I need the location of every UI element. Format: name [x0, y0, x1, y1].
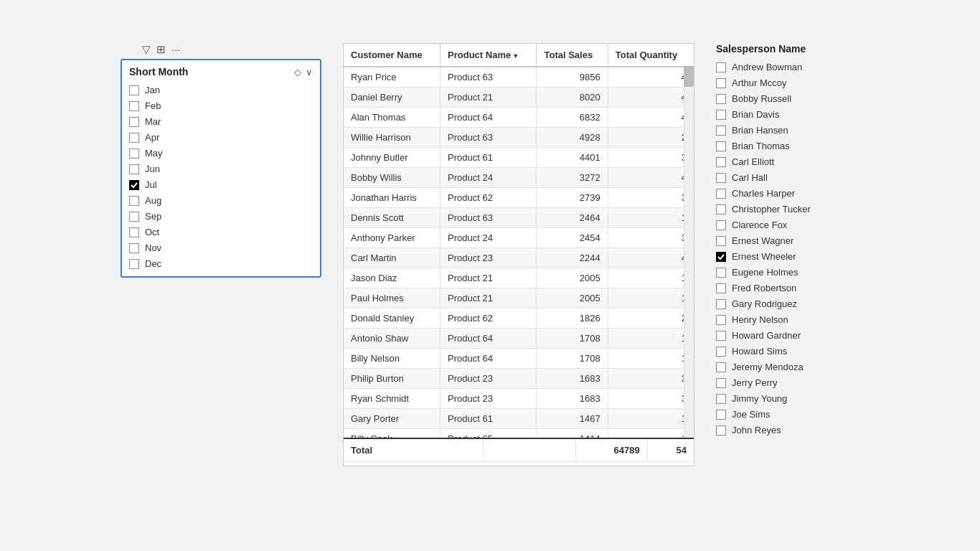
table-row: Johnny ButlerProduct 6144013	[344, 148, 694, 168]
filter-icon[interactable]: ▽	[142, 43, 151, 56]
checkbox-jul[interactable]	[129, 180, 139, 190]
total-sales: 1708	[537, 329, 608, 349]
col-header-total-quantity[interactable]: Total Quantity	[608, 44, 694, 67]
salesperson-item-charles-harper[interactable]: Charles Harper	[716, 187, 859, 200]
toolbar-icons: ▽ ⊞ ···	[142, 43, 181, 56]
sp-checkbox-charles-harper[interactable]	[716, 189, 726, 199]
sp-checkbox-carl-hall[interactable]	[716, 173, 726, 183]
sp-checkbox-andrew-bowman[interactable]	[716, 62, 726, 72]
total-qty: 1	[608, 329, 694, 349]
sp-checkbox-jeremy-mendoza[interactable]	[716, 362, 726, 372]
filter-item-may[interactable]: May	[129, 146, 313, 160]
filter-item-aug[interactable]: Aug	[129, 194, 313, 207]
filter-item-jul[interactable]: Jul	[129, 178, 313, 192]
customer-name: Dennis Scott	[344, 208, 440, 228]
sp-checkbox-brian-davis[interactable]	[716, 110, 726, 120]
salesperson-item-arthur-mccoy[interactable]: Arthur Mccoy	[716, 76, 859, 90]
salesperson-item-john-reyes[interactable]: John Reyes	[716, 423, 859, 437]
salesperson-item-christopher-tucker[interactable]: Christopher Tucker	[716, 202, 859, 216]
sp-checkbox-jimmy-young[interactable]	[716, 394, 726, 404]
sp-checkbox-john-reyes[interactable]	[716, 425, 726, 435]
col-header-total-sales[interactable]: Total Sales	[537, 44, 608, 67]
total-sales: 2005	[537, 288, 608, 309]
checkbox-dec[interactable]	[129, 259, 139, 269]
filter-item-dec[interactable]: Dec	[129, 257, 313, 270]
table-scroll[interactable]: Customer NameProduct Name▼Total SalesTot…	[344, 44, 694, 438]
salesperson-item-fred-robertson[interactable]: Fred Robertson	[716, 281, 859, 295]
salesperson-item-ernest-wheeler[interactable]: Ernest Wheeler	[716, 250, 859, 263]
sp-checkbox-ernest-wagner[interactable]	[716, 236, 726, 246]
sp-checkbox-eugene-holmes[interactable]	[716, 268, 726, 278]
sp-checkbox-henry-nelson[interactable]	[716, 315, 726, 325]
checkbox-mar[interactable]	[129, 117, 139, 127]
sp-checkbox-arthur-mccoy[interactable]	[716, 78, 726, 88]
checkbox-nov[interactable]	[129, 243, 139, 253]
salesperson-item-carl-elliott[interactable]: Carl Elliott	[716, 155, 859, 169]
sp-checkbox-ernest-wheeler[interactable]	[716, 252, 726, 262]
checkbox-sep[interactable]	[129, 212, 139, 222]
salesperson-item-clarence-fox[interactable]: Clarence Fox	[716, 218, 859, 232]
sp-label-john-reyes: John Reyes	[732, 425, 781, 435]
filter-item-jan[interactable]: Jan	[129, 83, 313, 97]
filter-label-apr: Apr	[145, 132, 159, 143]
salesperson-item-howard-gardner[interactable]: Howard Gardner	[716, 329, 859, 342]
scrollbar-area[interactable]	[684, 44, 694, 438]
sp-checkbox-bobby-russell[interactable]	[716, 94, 726, 104]
sp-checkbox-howard-sims[interactable]	[716, 347, 726, 357]
checkbox-may[interactable]	[129, 149, 139, 159]
sp-label-joe-sims: Joe Sims	[732, 409, 770, 420]
filter-item-jun[interactable]: Jun	[129, 162, 313, 176]
salesperson-item-brian-davis[interactable]: Brian Davis	[716, 108, 859, 121]
product-name: Product 62	[440, 309, 537, 329]
clear-filter-icon[interactable]: ◇	[294, 67, 301, 77]
more-icon[interactable]: ···	[171, 43, 181, 56]
salesperson-item-andrew-bowman[interactable]: Andrew Bowman	[716, 60, 859, 74]
salesperson-item-gary-rodriguez[interactable]: Gary Rodriguez	[716, 297, 859, 311]
salesperson-item-jerry-perry[interactable]: Jerry Perry	[716, 376, 859, 390]
filter-item-feb[interactable]: Feb	[129, 99, 313, 113]
col-header-product-name[interactable]: Product Name▼	[440, 44, 537, 67]
sp-checkbox-brian-thomas[interactable]	[716, 141, 726, 151]
total-sales: 3272	[537, 168, 608, 188]
sp-checkbox-gary-rodriguez[interactable]	[716, 299, 726, 309]
customer-name: Anthony Parker	[344, 228, 440, 248]
sp-checkbox-howard-gardner[interactable]	[716, 331, 726, 341]
salesperson-item-brian-hansen[interactable]: Brian Hansen	[716, 123, 859, 137]
customer-name: Bobby Willis	[344, 168, 440, 188]
col-header-customer-name[interactable]: Customer Name	[344, 44, 440, 67]
checkbox-aug[interactable]	[129, 196, 139, 206]
checkbox-jun[interactable]	[129, 164, 139, 174]
checkbox-feb[interactable]	[129, 101, 139, 111]
checkbox-jan[interactable]	[129, 85, 139, 95]
filter-item-nov[interactable]: Nov	[129, 241, 313, 255]
sp-checkbox-fred-robertson[interactable]	[716, 283, 726, 293]
sp-checkbox-clarence-fox[interactable]	[716, 220, 726, 230]
sp-checkbox-christopher-tucker[interactable]	[716, 204, 726, 215]
collapse-filter-icon[interactable]: ∨	[306, 67, 313, 77]
sp-checkbox-jerry-perry[interactable]	[716, 378, 726, 388]
filter-item-apr[interactable]: Apr	[129, 131, 313, 144]
sp-checkbox-brian-hansen[interactable]	[716, 126, 726, 136]
salesperson-item-jeremy-mendoza[interactable]: Jeremy Mendoza	[716, 360, 859, 374]
sp-checkbox-carl-elliott[interactable]	[716, 157, 726, 167]
total-qty: 3	[608, 369, 694, 389]
product-name: Product 64	[440, 329, 537, 349]
salesperson-item-bobby-russell[interactable]: Bobby Russell	[716, 92, 859, 105]
filter-item-sep[interactable]: Sep	[129, 209, 313, 223]
salesperson-item-henry-nelson[interactable]: Henry Nelson	[716, 313, 859, 326]
salesperson-item-eugene-holmes[interactable]: Eugene Holmes	[716, 265, 859, 279]
filter-item-mar[interactable]: Mar	[129, 115, 313, 128]
salesperson-item-joe-sims[interactable]: Joe Sims	[716, 408, 859, 421]
salesperson-item-brian-thomas[interactable]: Brian Thomas	[716, 139, 859, 153]
salesperson-item-howard-sims[interactable]: Howard Sims	[716, 344, 859, 358]
sp-checkbox-joe-sims[interactable]	[716, 410, 726, 420]
filter-item-oct[interactable]: Oct	[129, 225, 313, 239]
salesperson-item-jimmy-young[interactable]: Jimmy Young	[716, 392, 859, 405]
filter-label-aug: Aug	[145, 195, 161, 206]
salesperson-item-ernest-wagner[interactable]: Ernest Wagner	[716, 234, 859, 248]
salesperson-item-carl-hall[interactable]: Carl Hall	[716, 171, 859, 184]
checkbox-oct[interactable]	[129, 227, 139, 237]
filter-label-jul: Jul	[145, 179, 157, 190]
table-icon[interactable]: ⊞	[156, 43, 166, 56]
checkbox-apr[interactable]	[129, 133, 139, 143]
